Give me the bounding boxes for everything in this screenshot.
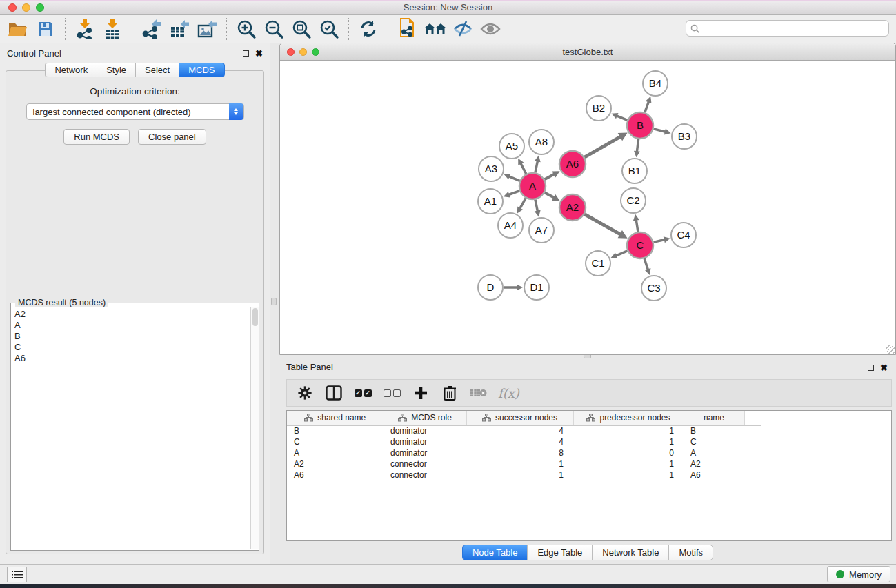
table-cell[interactable]: 4 [466, 425, 573, 436]
table-cell[interactable]: 8 [466, 447, 573, 458]
table-cell[interactable]: A [287, 447, 384, 458]
zoom-out-icon[interactable] [260, 17, 288, 41]
node-table[interactable]: shared nameMCDS rolesuccessor nodesprede… [286, 410, 892, 541]
resize-grip-icon[interactable] [886, 345, 895, 354]
tab-mcds[interactable]: MCDS [179, 63, 224, 77]
tab-motifs[interactable]: Motifs [668, 545, 713, 560]
table-cell[interactable]: 4 [466, 436, 573, 447]
edge-arrowhead-icon [634, 151, 640, 157]
network-from-file-icon[interactable] [394, 17, 421, 41]
table-cell[interactable]: connector [384, 458, 466, 469]
graph-edge [521, 163, 526, 174]
float-panel-icon[interactable] [243, 50, 249, 57]
mcds-result-item[interactable]: C [14, 342, 250, 353]
table-cell[interactable]: 0 [573, 447, 684, 458]
edge-arrowhead-icon [664, 129, 671, 135]
mcds-result-item[interactable]: A [14, 320, 250, 331]
optimization-criterion-select[interactable]: largest connected component (directed) [26, 103, 244, 120]
tab-node-table[interactable]: Node Table [462, 545, 528, 560]
export-image-icon[interactable] [193, 17, 221, 41]
mcds-result-item[interactable]: A2 [14, 309, 250, 320]
tab-select[interactable]: Select [135, 63, 179, 77]
open-session-icon[interactable] [4, 17, 32, 41]
table-cell[interactable]: B [287, 425, 384, 436]
memory-button[interactable]: Memory [827, 566, 890, 582]
unselect-all-columns-icon[interactable] [382, 383, 401, 403]
export-table-icon[interactable] [166, 17, 193, 41]
graph-edge [508, 191, 519, 195]
edge-arrowhead-icon [664, 236, 670, 243]
close-panel-icon[interactable]: ✖ [255, 49, 263, 58]
task-history-button[interactable] [7, 567, 27, 582]
create-column-plus-icon[interactable] [411, 383, 430, 403]
mcds-result-item[interactable]: A6 [14, 353, 250, 364]
column-header[interactable]: predecessor nodes [573, 411, 684, 425]
network-canvas[interactable]: B4B2BB3A8A5A6A3B1AC2A1A2A4A7C4CC1C3DD1 [280, 61, 895, 354]
float-table-panel-icon[interactable] [868, 365, 874, 371]
table-cell[interactable]: C [684, 436, 744, 447]
hide-graphics-details-icon[interactable] [449, 17, 477, 41]
table-row[interactable]: Cdominator41C [287, 436, 761, 447]
table-cell[interactable]: dominator [384, 436, 466, 447]
toolbar-separator [132, 18, 132, 40]
table-row[interactable]: A6connector11A6 [287, 469, 761, 480]
delete-columns-trash-icon[interactable] [440, 383, 459, 403]
table-cell[interactable]: 1 [466, 469, 573, 480]
table-options-gear-icon[interactable] [295, 383, 315, 403]
table-cell[interactable]: C [287, 436, 384, 447]
table-cell[interactable]: A2 [684, 458, 744, 469]
network-minimize-button[interactable] [299, 48, 307, 56]
table-cell[interactable]: 1 [573, 469, 684, 480]
tab-network[interactable]: Network [45, 63, 97, 77]
table-cell[interactable]: B [684, 425, 744, 436]
import-table-icon[interactable] [99, 17, 126, 41]
tab-network-table[interactable]: Network Table [592, 545, 668, 560]
tab-edge-table[interactable]: Edge Table [527, 545, 592, 560]
column-header[interactable]: shared name [287, 411, 384, 425]
table-row[interactable]: A2connector11A2 [287, 458, 761, 469]
table-cell[interactable]: A [684, 447, 744, 458]
graph-edge [545, 174, 555, 179]
save-session-icon[interactable] [32, 17, 59, 41]
table-cell[interactable]: A2 [287, 458, 384, 469]
table-cell[interactable]: dominator [384, 425, 466, 436]
close-panel-button[interactable]: Close panel [138, 129, 206, 145]
table-cell[interactable]: A6 [287, 469, 384, 480]
home-icon[interactable] [421, 17, 449, 41]
column-header[interactable]: successor nodes [466, 411, 573, 425]
import-network-icon[interactable] [71, 17, 99, 41]
column-header[interactable]: name [684, 411, 744, 425]
table-toolbar: ✓✓ f(x) [286, 379, 892, 407]
search-input[interactable] [703, 23, 884, 33]
tab-style[interactable]: Style [97, 63, 135, 77]
table-cell[interactable]: 1 [573, 425, 684, 436]
select-all-columns-icon[interactable]: ✓✓ [353, 383, 372, 403]
table-row[interactable]: Bdominator41B [287, 425, 761, 436]
network-close-button[interactable] [287, 48, 295, 56]
run-mcds-button[interactable]: Run MCDS [63, 129, 130, 145]
table-cell[interactable]: 1 [466, 458, 573, 469]
table-cell[interactable]: connector [384, 469, 466, 480]
show-graphics-details-icon[interactable] [477, 17, 504, 41]
table-cell[interactable]: A6 [684, 469, 744, 480]
table-cell[interactable]: dominator [384, 447, 466, 458]
mcds-result-item[interactable]: B [14, 331, 250, 342]
refresh-icon[interactable] [355, 17, 382, 41]
export-network-icon[interactable] [138, 17, 166, 41]
zoom-selected-icon[interactable] [315, 17, 343, 41]
show-column-panel-icon[interactable] [324, 383, 344, 403]
column-header[interactable]: MCDS role [384, 411, 466, 425]
table-cell[interactable]: 1 [573, 458, 684, 469]
table-cell[interactable]: 1 [573, 436, 684, 447]
close-table-panel-icon[interactable]: ✖ [880, 363, 888, 372]
zoom-in-icon[interactable] [232, 17, 260, 41]
table-row[interactable]: Adominator80A [287, 447, 761, 458]
search-icon [690, 24, 699, 33]
zoom-fit-icon[interactable] [288, 17, 315, 41]
mcds-result-scrollbar[interactable] [250, 307, 259, 549]
vertical-splitter-handle[interactable] [271, 298, 277, 305]
graph-edge [653, 129, 665, 132]
graph-node-label: A2 [566, 201, 579, 213]
toolbar-separator [226, 18, 227, 40]
network-maximize-button[interactable] [312, 48, 319, 56]
